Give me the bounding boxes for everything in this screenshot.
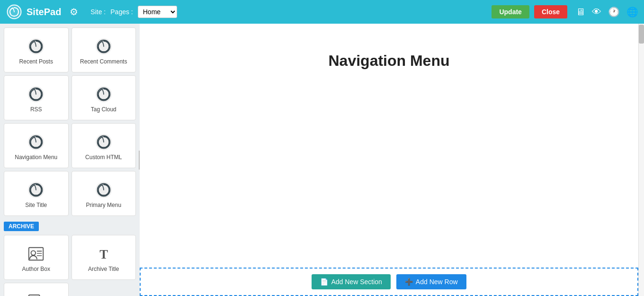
widget-author-box-label: Author Box [22, 266, 50, 272]
add-section-doc-icon: 📄 [320, 278, 328, 286]
widget-archive-posts[interactable]: Archive Posts [4, 283, 69, 296]
tag-cloud-icon [95, 85, 113, 103]
rss-icon [27, 85, 45, 103]
site-label: Site : [90, 8, 106, 16]
logo-text: SitePad [27, 7, 61, 18]
widget-recent-comments-label: Recent Comments [80, 58, 127, 65]
widget-rss[interactable]: RSS [4, 75, 69, 120]
widget-primary-menu-label: Primary Menu [86, 202, 121, 208]
header-action-icons: 🖥 👁 🕐 🌐 [576, 6, 638, 18]
custom-html-icon [95, 133, 113, 151]
content-inner: Navigation Menu [140, 24, 638, 268]
add-new-row-button[interactable]: ➕ Add New Row [396, 274, 466, 289]
widget-navigation-menu-label: Navigation Menu [15, 154, 57, 161]
widget-recent-comments[interactable]: Recent Comments [72, 27, 136, 72]
scrollbar[interactable] [638, 24, 644, 296]
archive-posts-icon [27, 293, 45, 296]
content-area: Navigation Menu 📄 Add New Section ➕ Add … [140, 24, 638, 296]
archive-widget-grid-row1: Author Box T Archive Title [4, 235, 136, 280]
archive-section-header: ARCHIVE [4, 219, 136, 234]
logo: SitePad [6, 3, 61, 20]
add-new-section-button[interactable]: 📄 Add New Section [312, 274, 390, 289]
widget-site-title-label: Site Title [25, 202, 47, 208]
svg-text:T: T [99, 247, 108, 261]
archive-widget-grid-row2: Archive Posts [4, 283, 136, 296]
widget-recent-posts[interactable]: Recent Posts [4, 27, 69, 72]
page-title: Navigation Menu [328, 52, 449, 70]
main-area: Recent Posts Recent Comments [0, 24, 644, 296]
primary-menu-icon [95, 181, 113, 199]
widget-primary-menu[interactable]: Primary Menu [72, 171, 136, 216]
sidebar: Recent Posts Recent Comments [0, 24, 140, 296]
add-section-area: 📄 Add New Section ➕ Add New Row [140, 268, 638, 296]
widget-archive-title[interactable]: T Archive Title [72, 235, 136, 280]
archive-label: ARCHIVE [4, 222, 39, 231]
desktop-icon[interactable]: 🖥 [576, 7, 585, 18]
svg-point-19 [31, 251, 36, 255]
widget-tag-cloud-label: Tag Cloud [91, 106, 116, 113]
preview-icon[interactable]: 👁 [592, 7, 601, 18]
header: SitePad ⚙ Site : Pages : Home About Cont… [0, 0, 644, 24]
site-title-icon [27, 181, 45, 199]
widget-custom-html[interactable]: Custom HTML [72, 123, 136, 168]
widget-navigation-menu[interactable]: Navigation Menu [4, 123, 69, 168]
pages-label: Pages : [110, 8, 133, 16]
page-select[interactable]: Home About Contact [138, 6, 177, 18]
sidebar-collapse-toggle[interactable]: ◀ [139, 151, 140, 170]
widget-custom-html-label: Custom HTML [85, 154, 122, 161]
widget-rss-label: RSS [30, 106, 42, 113]
add-row-plus-icon: ➕ [405, 278, 413, 286]
widget-author-box[interactable]: Author Box [4, 235, 69, 280]
settings-icon[interactable]: ⚙ [70, 6, 78, 18]
scrollbar-thumb[interactable] [639, 25, 644, 44]
sitemap-icon[interactable]: 🌐 [626, 6, 638, 18]
widget-grid-row3: Navigation Menu Custom HTML [4, 123, 136, 168]
recent-comments-icon [95, 37, 113, 55]
widget-site-title[interactable]: Site Title [4, 171, 69, 216]
close-button[interactable]: Close [534, 5, 567, 18]
navigation-menu-icon [27, 133, 45, 151]
add-section-label: Add New Section [331, 278, 382, 286]
recent-posts-icon [27, 37, 45, 55]
widget-archive-title-label: Archive Title [88, 266, 119, 272]
archive-title-icon: T [95, 245, 113, 263]
widget-grid-row4: Site Title Primary Menu [4, 171, 136, 216]
logo-icon [6, 3, 23, 20]
author-box-icon [27, 245, 45, 263]
add-row-label: Add New Row [416, 278, 458, 286]
widget-recent-posts-label: Recent Posts [19, 58, 53, 65]
history-icon[interactable]: 🕐 [608, 6, 620, 18]
widget-grid-row2: RSS Tag Cloud [4, 75, 136, 120]
widget-grid-row1: Recent Posts Recent Comments [4, 27, 136, 72]
update-button[interactable]: Update [492, 5, 529, 18]
widget-tag-cloud[interactable]: Tag Cloud [72, 75, 136, 120]
